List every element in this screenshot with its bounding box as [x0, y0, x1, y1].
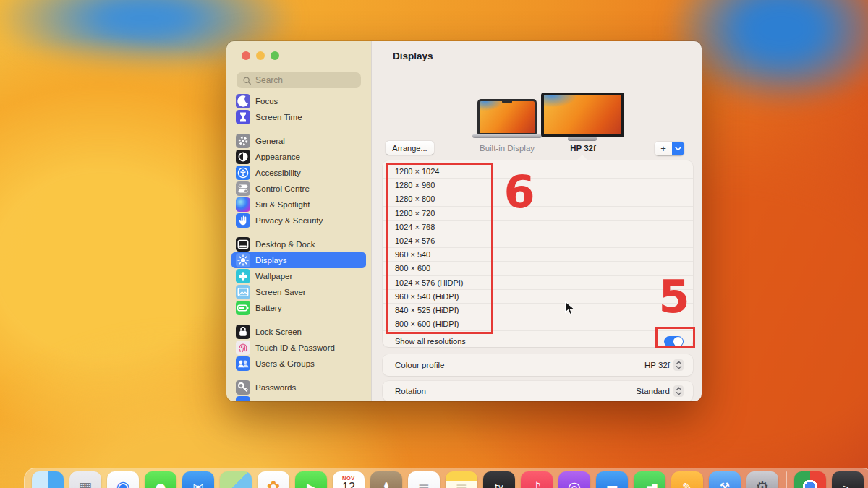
- dock-chrome-icon[interactable]: [794, 471, 826, 488]
- sidebar-item-label: General: [255, 137, 285, 145]
- colour-profile-label: Colour profile: [395, 361, 444, 369]
- sidebar-item-label: Siri & Spotlight: [255, 200, 310, 209]
- laptop-notch: [502, 100, 512, 103]
- sidebar-item-users-groups[interactable]: Users & Groups: [231, 356, 366, 372]
- reminders-glyph: ≡: [418, 480, 430, 488]
- sidebar-item-label: Privacy & Security: [255, 216, 323, 225]
- dock-separator: [786, 471, 787, 488]
- numbers-glyph: ▂▅▇: [642, 484, 658, 488]
- dock-music-icon[interactable]: ♪: [521, 471, 553, 488]
- sidebar-item-label: Lock Screen: [255, 328, 302, 336]
- partial-icon: [236, 396, 250, 401]
- add-display-button[interactable]: +: [655, 142, 684, 155]
- sidebar-item-label: Screen Time: [255, 113, 302, 121]
- sidebar-item-label: Wallpaper: [255, 272, 292, 281]
- calendar-day-label: 12: [342, 481, 355, 488]
- sidebar-group: Lock ScreenTouch ID & PasswordUsers & Gr…: [231, 324, 366, 372]
- sidebar-search[interactable]: [237, 72, 361, 88]
- sidebar-group: Desktop & DockDisplaysWallpaperScreen Sa…: [231, 236, 366, 316]
- desktop: FocusScreen TimeGeneralAppearanceAccessi…: [0, 0, 868, 488]
- zoom-button[interactable]: [271, 51, 279, 60]
- sidebar-item-control-centre[interactable]: Control Centre: [231, 181, 366, 197]
- dock-keynote-icon[interactable]: ▬: [596, 471, 628, 488]
- sidebar-item-accessibility[interactable]: Accessibility: [231, 165, 366, 181]
- podcasts-glyph: ◎: [568, 480, 581, 488]
- dock-maps-icon[interactable]: [220, 471, 252, 488]
- arrange-button[interactable]: Arrange...: [386, 141, 434, 155]
- dock-podcasts-icon[interactable]: ◎: [558, 471, 590, 488]
- sidebar-item-label: Appearance: [255, 153, 300, 161]
- sidebar-item-general[interactable]: General: [231, 133, 366, 149]
- sidebar-divider: [226, 90, 371, 90]
- sidebar-item-desktop-dock[interactable]: Desktop & Dock: [231, 236, 366, 252]
- sidebar-item-wallpaper[interactable]: Wallpaper: [231, 268, 366, 284]
- external-display-thumbnail[interactable]: [541, 93, 624, 137]
- xcode-glyph: ⚒: [720, 481, 730, 488]
- rotation-stepper[interactable]: [673, 385, 684, 397]
- safari-glyph: ◉: [116, 479, 129, 488]
- music-glyph: ♪: [532, 480, 542, 488]
- sidebar-item-battery[interactable]: Battery: [231, 300, 366, 316]
- search-icon: [242, 76, 252, 85]
- dock-contacts-icon[interactable]: ♟: [370, 471, 402, 488]
- sidebar-item-siri-spotlight[interactable]: Siri & Spotlight: [231, 197, 366, 213]
- sidebar-group: FocusScreen Time: [231, 93, 366, 125]
- minimize-button[interactable]: [256, 51, 265, 60]
- dock-settings-icon[interactable]: ⚙: [746, 471, 778, 488]
- dock-mail-icon[interactable]: ✉: [182, 471, 214, 488]
- sidebar-item-label: Passwords: [255, 383, 296, 392]
- dock-finder-icon[interactable]: [32, 471, 64, 488]
- dock-tv-icon[interactable]: tv: [483, 471, 515, 488]
- sidebar-item-focus[interactable]: Focus: [231, 93, 366, 109]
- plus-icon[interactable]: +: [655, 142, 672, 155]
- show-all-resolutions-label: Show all resolutions: [395, 337, 466, 346]
- dock-facetime-icon[interactable]: ▶: [295, 471, 327, 488]
- dock-notes-icon[interactable]: ≡: [446, 471, 477, 488]
- battery-icon: [236, 301, 250, 315]
- close-button[interactable]: [242, 51, 250, 60]
- notes-glyph: ≡: [456, 480, 468, 488]
- screensaver-icon: [236, 285, 250, 299]
- dock-pages-icon[interactable]: ✎: [671, 471, 703, 488]
- mail-glyph: ✉: [192, 481, 203, 488]
- dock-photos-icon[interactable]: ✿: [258, 471, 289, 488]
- sidebar-item-passwords[interactable]: Passwords: [231, 380, 366, 395]
- sidebar-item-partial[interactable]: [231, 395, 366, 401]
- annotation-number-6: 6: [498, 170, 541, 215]
- sidebar-item-touch-id-password[interactable]: Touch ID & Password: [231, 340, 366, 356]
- dock-terminal-icon[interactable]: >_: [832, 471, 864, 488]
- settings-glyph: ⚙: [756, 480, 770, 488]
- dock-messages-icon[interactable]: ●: [145, 471, 176, 488]
- lock-icon: [236, 325, 250, 339]
- accessibility-icon: [236, 166, 250, 180]
- sidebar-item-label: Control Centre: [255, 184, 310, 193]
- hourglass-icon: [236, 110, 250, 124]
- dock-numbers-icon[interactable]: ▂▅▇: [634, 471, 665, 488]
- sidebar-item-label: Accessibility: [255, 168, 301, 177]
- sidebar-item-privacy-security[interactable]: Privacy & Security: [231, 213, 366, 228]
- sun-icon: [236, 253, 250, 267]
- sidebar-item-displays[interactable]: Displays: [231, 252, 366, 268]
- sidebar-item-screen-time[interactable]: Screen Time: [231, 109, 366, 125]
- chevron-down-icon[interactable]: [672, 142, 684, 155]
- dock-calendar-icon[interactable]: NOV12: [333, 471, 365, 488]
- builtin-display-thumbnail[interactable]: [477, 99, 537, 135]
- search-input[interactable]: [255, 75, 349, 85]
- facetime-glyph: ▶: [307, 482, 315, 488]
- fingerprint-icon: [236, 341, 250, 355]
- colour-profile-stepper[interactable]: [673, 359, 684, 371]
- sidebar-item-label: Desktop & Dock: [255, 240, 315, 249]
- dock-launchpad-icon[interactable]: ▦: [69, 471, 101, 488]
- flower-icon: [236, 269, 250, 283]
- dock-reminders-icon[interactable]: ≡: [408, 471, 440, 488]
- sidebar-group: GeneralAppearanceAccessibilityControl Ce…: [231, 133, 366, 228]
- dock-xcode-icon[interactable]: ⚒: [709, 471, 741, 488]
- siri-icon: [236, 197, 250, 212]
- sidebar-item-screen-saver[interactable]: Screen Saver: [231, 284, 366, 300]
- launchpad-glyph: ▦: [79, 480, 93, 488]
- dock-safari-icon[interactable]: ◉: [107, 471, 139, 488]
- monitor-stand: [568, 137, 597, 141]
- sidebar-item-appearance[interactable]: Appearance: [231, 149, 366, 165]
- sidebar-item-lock-screen[interactable]: Lock Screen: [231, 324, 366, 340]
- tv-glyph: tv: [495, 483, 503, 488]
